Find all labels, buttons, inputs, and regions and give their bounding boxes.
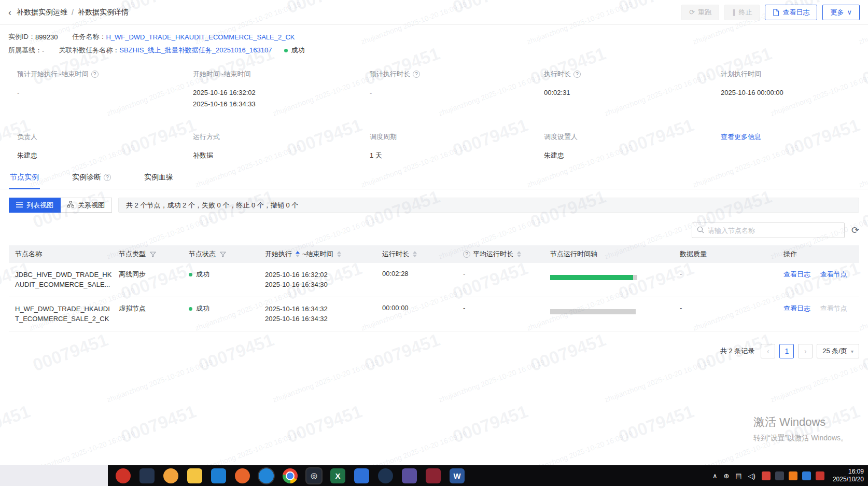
- hidden-icons-chevron[interactable]: ∧: [712, 472, 718, 480]
- view-toggle: 列表视图 关系视图: [9, 198, 112, 213]
- data-quality: -: [680, 304, 783, 312]
- col-timeline: 节点运行时间轴: [550, 249, 597, 259]
- instance-status-text: 成功: [291, 46, 304, 55]
- search-row: ⟳: [9, 223, 859, 238]
- help-icon[interactable]: ?: [413, 71, 420, 78]
- network-icon[interactable]: ⊕: [723, 472, 729, 480]
- view-node-link[interactable]: 查看节点: [820, 270, 847, 278]
- sort-icon[interactable]: [337, 251, 341, 257]
- col-actions: 操作: [783, 249, 797, 259]
- instance-meta: 实例ID： 899230 任务名称： H_WF_DWD_TRADE_HKAUDI…: [0, 25, 868, 55]
- snipping-tool-icon[interactable]: ◎: [306, 468, 321, 483]
- prev-page-button[interactable]: ‹: [761, 344, 775, 358]
- col-node-type: 节点类型: [119, 249, 146, 259]
- sort-icon[interactable]: [296, 251, 300, 257]
- list-view-button[interactable]: 列表视图: [9, 198, 61, 213]
- app-violet-icon[interactable]: [402, 468, 417, 483]
- view-log-link[interactable]: 查看日志: [783, 270, 810, 278]
- page-size-select[interactable]: 25 条/页 ▾: [817, 344, 859, 358]
- taskbar-clock[interactable]: 16:09 2025/10/20: [833, 468, 864, 483]
- rerun-button[interactable]: ⟳ 重跑: [681, 5, 719, 20]
- chrome-icon[interactable]: [283, 468, 298, 483]
- view-node-link[interactable]: 查看节点: [820, 304, 847, 312]
- backfill-task-label: 关联补数任务名称：: [59, 46, 119, 55]
- backfill-task-link[interactable]: SBZHIS_线上_批量补数据任务_20251016_163107: [119, 46, 272, 55]
- sort-icon[interactable]: [517, 251, 521, 257]
- node-search-input[interactable]: [708, 227, 839, 234]
- file-explorer-icon[interactable]: [187, 468, 202, 483]
- tray-app-blue[interactable]: [802, 471, 811, 480]
- end-time: 2025-10-16 16:34:32: [265, 314, 382, 324]
- terminate-button[interactable]: ∥ 终止: [724, 5, 760, 20]
- chevron-down-icon: ∨: [847, 9, 852, 16]
- relation-view-icon: [67, 201, 74, 209]
- app-dark-round-icon[interactable]: [378, 468, 393, 483]
- meta-row-2: 所属基线： - 关联补数任务名称： SBZHIS_线上_批量补数据任务_2025…: [8, 46, 860, 55]
- page-header: ‹ 补数据实例运维 / 补数据实例详情 ⟳ 重跑 ∥ 终止 查看日志 更多: [0, 0, 868, 25]
- filter-icon[interactable]: [220, 251, 226, 257]
- app-navy-icon[interactable]: [139, 468, 155, 483]
- pause-icon: ∥: [732, 9, 736, 16]
- breadcrumb-current: 补数据实例详情: [78, 8, 129, 17]
- field-value: 00:02:31: [544, 87, 721, 99]
- sort-icon[interactable]: [413, 251, 417, 257]
- field-label: 调度设置人: [544, 132, 578, 142]
- watermark-id-text: 00079451: [860, 186, 868, 232]
- tab-label: 实例血缘: [144, 173, 173, 182]
- page-number-button[interactable]: 1: [779, 344, 794, 358]
- node-search-box: [692, 223, 845, 238]
- col-duration: 运行时长: [382, 249, 409, 259]
- touch-keyboard-icon[interactable]: ▤: [735, 472, 741, 480]
- tray-app-red[interactable]: [762, 471, 771, 480]
- success-dot-icon: [284, 49, 288, 52]
- more-button[interactable]: 更多 ∨: [822, 5, 860, 20]
- help-icon[interactable]: ?: [104, 174, 111, 181]
- breadcrumb: ‹ 补数据实例运维 / 补数据实例详情: [8, 8, 129, 17]
- view-more-info-link[interactable]: 查看更多信息: [721, 132, 761, 142]
- field-value: 朱建忠: [544, 150, 721, 161]
- help-icon[interactable]: ?: [91, 71, 99, 78]
- node-status: 成功: [196, 304, 209, 313]
- word-icon[interactable]: W: [450, 468, 465, 483]
- edge-icon[interactable]: [259, 468, 274, 483]
- refresh-icon[interactable]: ⟳: [851, 226, 859, 235]
- breadcrumb-separator: /: [72, 8, 74, 17]
- view-log-link[interactable]: 查看日志: [783, 304, 810, 312]
- app-maroon-icon[interactable]: [426, 468, 441, 483]
- node-name: JDBC_HIVE_DWD_TRADE_HKAUDIT_ECOMMERCE_SA…: [15, 270, 119, 289]
- folder-blue-icon[interactable]: [354, 468, 369, 483]
- watermark-stamp-text: zhujianzhong 2025-10-20 16:09:19: [106, 357, 214, 404]
- node-toolbar: 列表视图 关系视图 共 2 个节点，成功 2 个，失败 0 个，终止 0 个，撤…: [9, 198, 859, 213]
- run-duration: 00:02:28: [382, 270, 463, 277]
- watermark-stamp-text: zhujianzhong 2025-10-20 16:09:19: [272, 357, 380, 404]
- breadcrumb-parent[interactable]: 补数据实例运维: [17, 8, 67, 17]
- wps-icon[interactable]: [163, 468, 178, 483]
- task-name-link[interactable]: H_WF_DWD_TRADE_HKAUDIT_ECOMMERCE_SALE_2_…: [106, 33, 295, 41]
- next-page-button[interactable]: ›: [798, 344, 813, 358]
- view-log-button[interactable]: 查看日志: [765, 5, 817, 20]
- field-value: 2025-10-16 16:34:33: [193, 99, 370, 110]
- tray-app-dark[interactable]: [775, 471, 784, 480]
- tray-app-crimson[interactable]: [816, 471, 824, 480]
- field-schedule-setter: 调度设置人 朱建忠: [544, 132, 721, 161]
- relation-view-button[interactable]: 关系视图: [61, 198, 112, 213]
- app-red-icon[interactable]: [116, 468, 131, 483]
- field-start-end-time: 开始时间~结束时间 2025-10-16 16:32:02 2025-10-16…: [193, 70, 370, 110]
- vscode-icon[interactable]: [211, 468, 226, 483]
- record-count: 共 2 条记录: [720, 346, 754, 356]
- field-label: 计划执行时间: [721, 70, 761, 79]
- node-type: 离线同步: [119, 270, 189, 279]
- filter-icon[interactable]: [150, 251, 156, 257]
- tray-app-orange[interactable]: [789, 471, 797, 480]
- volume-icon[interactable]: ◁): [748, 472, 755, 480]
- tab-instance-lineage[interactable]: 实例血缘: [143, 169, 174, 189]
- firefox-icon[interactable]: [235, 468, 250, 483]
- help-icon[interactable]: ?: [463, 251, 470, 258]
- tab-instance-diagnosis[interactable]: 实例诊断?: [71, 169, 112, 189]
- help-icon[interactable]: ?: [573, 71, 581, 78]
- field-value: 2025-10-16 16:32:02: [193, 87, 370, 99]
- back-icon[interactable]: ‹: [8, 8, 11, 17]
- tab-node-instance[interactable]: 节点实例: [9, 169, 40, 189]
- tab-label: 实例诊断: [72, 173, 101, 182]
- excel-icon[interactable]: X: [330, 468, 345, 483]
